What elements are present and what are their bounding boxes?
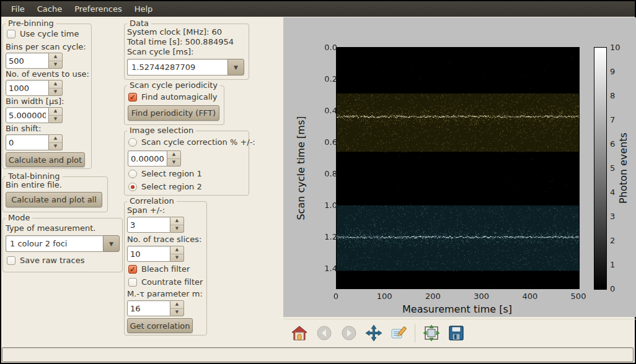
pre-binning-title: Pre-binning bbox=[6, 19, 56, 28]
menu-cache[interactable]: Cache bbox=[31, 2, 68, 15]
radio-icon[interactable] bbox=[128, 170, 137, 178]
spin-up-icon[interactable]: ▲ bbox=[170, 246, 183, 254]
countrate-filter-label: Countrate filter bbox=[141, 277, 203, 287]
spin-buttons[interactable]: ▲▼ bbox=[49, 107, 63, 123]
data-frame: Data System clock [MHz]: 60 Total time [… bbox=[124, 24, 249, 80]
zoom-rect-button[interactable] bbox=[390, 324, 407, 342]
get-correlation-button[interactable]: Get correlation bbox=[127, 318, 193, 333]
scan-cycle-value[interactable]: 1.52744287709 bbox=[127, 59, 227, 76]
spin-buttons[interactable]: ▲▼ bbox=[170, 217, 184, 233]
menu-preferences[interactable]: Preferences bbox=[68, 2, 128, 15]
status-entry[interactable] bbox=[2, 347, 634, 362]
spin-up-icon[interactable]: ▲ bbox=[170, 217, 183, 225]
checkbox-checked-icon[interactable]: ✓ bbox=[128, 265, 137, 274]
heatmap-canvas[interactable] bbox=[337, 48, 579, 288]
colorbar-tick-label: 6 bbox=[610, 139, 615, 149]
bins-per-cycle-input[interactable] bbox=[6, 53, 49, 69]
bleach-filter-label: Bleach filter bbox=[141, 264, 190, 274]
spin-up-icon[interactable]: ▲ bbox=[167, 151, 180, 159]
spin-down-icon[interactable]: ▼ bbox=[167, 159, 180, 167]
bleach-filter-checkbox[interactable]: ✓ Bleach filter bbox=[128, 264, 190, 274]
select-region-2-radio[interactable]: Select region 2 bbox=[128, 182, 202, 191]
pan-button[interactable] bbox=[365, 324, 382, 342]
colorbar bbox=[594, 47, 607, 290]
bin-shift-spinbox: ▲▼ bbox=[6, 134, 63, 150]
forward-button[interactable] bbox=[340, 324, 358, 342]
spin-down-icon[interactable]: ▼ bbox=[170, 254, 183, 262]
use-cycle-time-checkbox[interactable]: Use cycle time bbox=[7, 29, 79, 38]
subplots-button[interactable] bbox=[423, 324, 440, 342]
system-clock-label: System clock [MHz]: 60 bbox=[127, 27, 222, 37]
home-button[interactable] bbox=[291, 324, 308, 342]
spin-down-icon[interactable]: ▼ bbox=[49, 61, 62, 69]
spin-up-icon[interactable]: ▲ bbox=[49, 80, 62, 89]
total-binning-title: Total-binning bbox=[6, 171, 63, 181]
span-input[interactable] bbox=[127, 217, 170, 233]
save-raw-traces-checkbox[interactable]: Save raw traces bbox=[7, 256, 84, 265]
mtau-spinbox: ▲▼ bbox=[127, 300, 184, 316]
find-periodicity-button[interactable]: Find periodicity (FFT) bbox=[128, 105, 219, 121]
chevron-down-icon[interactable]: ▼ bbox=[103, 235, 120, 252]
spin-down-icon[interactable]: ▼ bbox=[170, 309, 183, 316]
events-spinbox: ▲▼ bbox=[6, 80, 63, 96]
mode-title: Mode bbox=[6, 213, 32, 222]
colorbar-tick-label: 10 bbox=[610, 43, 621, 52]
colorbar-tick-label: 4 bbox=[610, 188, 615, 197]
checkbox-icon[interactable] bbox=[128, 278, 137, 287]
calculate-and-plot-all-button[interactable]: Calculate and plot all bbox=[6, 192, 102, 207]
select-region-1-radio[interactable]: Select region 1 bbox=[128, 169, 202, 178]
menu-file[interactable]: File bbox=[5, 2, 31, 15]
colorbar-tick-label: 1 bbox=[610, 260, 615, 269]
menu-help[interactable]: Help bbox=[128, 2, 159, 15]
y-tick-label: 0.2 bbox=[324, 74, 337, 83]
scan-cycle-combobox[interactable]: 1.52744287709 ▼ bbox=[127, 59, 244, 76]
save-button[interactable] bbox=[448, 324, 465, 342]
total-binning-frame: Total-binning Bin entire file. Calculate… bbox=[2, 176, 108, 212]
radio-icon[interactable] bbox=[128, 138, 137, 147]
spin-buttons[interactable]: ▲▼ bbox=[49, 53, 63, 69]
spin-up-icon[interactable]: ▲ bbox=[170, 301, 183, 309]
y-tick-label: 1.2 bbox=[324, 232, 337, 241]
spin-down-icon[interactable]: ▼ bbox=[170, 225, 183, 233]
bin-shift-input[interactable] bbox=[6, 134, 49, 150]
total-time-label: Total time [s]: 500.884954 bbox=[127, 37, 234, 46]
spin-buttons[interactable]: ▲▼ bbox=[167, 150, 181, 167]
checkbox-icon[interactable] bbox=[7, 30, 15, 38]
checkbox-checked-icon[interactable]: ✓ bbox=[128, 93, 137, 102]
heatmap-axes[interactable] bbox=[336, 47, 580, 289]
spin-buttons[interactable]: ▲▼ bbox=[49, 80, 63, 96]
spin-down-icon[interactable]: ▼ bbox=[49, 116, 62, 123]
spin-up-icon[interactable]: ▲ bbox=[49, 53, 62, 61]
correction-input[interactable] bbox=[128, 150, 167, 167]
bins-per-cycle-spinbox: ▲▼ bbox=[6, 53, 63, 69]
trace-slices-input[interactable] bbox=[127, 246, 170, 262]
correlation-frame: Correlation Span +/-: ▲▼ No. of trace sl… bbox=[124, 201, 207, 336]
spin-down-icon[interactable]: ▼ bbox=[49, 89, 62, 96]
y-tick-label: 0.0 bbox=[324, 43, 337, 52]
measurement-type-value[interactable]: 1 colour 2 foci bbox=[6, 235, 103, 252]
spin-down-icon[interactable]: ▼ bbox=[49, 143, 62, 150]
measurement-type-combobox[interactable]: 1 colour 2 foci ▼ bbox=[6, 235, 120, 252]
find-automagically-label: Find automagically bbox=[141, 92, 218, 102]
scan-cycle-correction-radio[interactable]: Scan cycle correction % +/-: bbox=[128, 137, 255, 147]
radio-selected-icon[interactable] bbox=[128, 183, 137, 191]
chevron-down-icon[interactable]: ▼ bbox=[227, 59, 244, 76]
bins-per-cycle-label: Bins per scan cycle: bbox=[6, 42, 86, 51]
calculate-and-plot-button[interactable]: Calculate and plot bbox=[6, 152, 85, 167]
spin-buttons[interactable]: ▲▼ bbox=[49, 134, 63, 150]
countrate-filter-checkbox[interactable]: Countrate filter bbox=[128, 277, 203, 287]
colorbar-label: Photon events bbox=[617, 69, 629, 267]
find-automagically-checkbox[interactable]: ✓ Find automagically bbox=[128, 92, 218, 102]
forward-icon bbox=[341, 325, 357, 341]
x-tick-label: 0 bbox=[333, 292, 338, 301]
spin-up-icon[interactable]: ▲ bbox=[49, 135, 62, 143]
back-button[interactable] bbox=[316, 324, 333, 342]
mtau-input[interactable] bbox=[127, 300, 170, 316]
back-icon bbox=[316, 325, 332, 341]
spin-buttons[interactable]: ▲▼ bbox=[170, 300, 184, 316]
bin-width-input[interactable] bbox=[6, 107, 49, 123]
spin-up-icon[interactable]: ▲ bbox=[49, 108, 62, 116]
events-input[interactable] bbox=[6, 80, 49, 96]
checkbox-icon[interactable] bbox=[7, 256, 15, 265]
spin-buttons[interactable]: ▲▼ bbox=[170, 246, 184, 262]
